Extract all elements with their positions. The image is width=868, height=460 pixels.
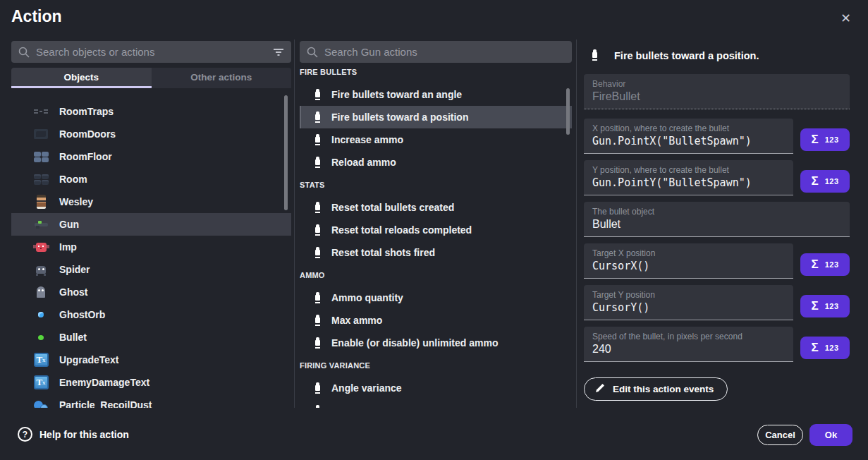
- numeric-badge: 123: [825, 302, 839, 310]
- object-label: Gun: [59, 219, 79, 230]
- action-item-reload-ammo[interactable]: Reload ammo: [300, 151, 572, 174]
- sigma-icon: Σ: [811, 299, 818, 313]
- expression-editor-button[interactable]: Σ 123: [800, 253, 850, 276]
- list-item-enemydamagetext[interactable]: Tx EnemyDamageText: [11, 371, 291, 394]
- action-label: Increase ammo: [331, 134, 403, 145]
- field-value[interactable]: Bullet: [592, 218, 841, 231]
- filter-icon[interactable]: [273, 47, 284, 58]
- field-row-bullet-object: The bullet object Bullet: [584, 202, 850, 237]
- expression-editor-button[interactable]: Σ 123: [800, 128, 850, 151]
- action-item-unlimited-ammo[interactable]: Enable (or disable) unlimited ammo: [300, 332, 572, 354]
- y-position-field[interactable]: Y position, where to create the bullet G…: [584, 160, 793, 195]
- object-label: UpgradeText: [59, 354, 119, 365]
- action-item-reset-shots-fired[interactable]: Reset total shots fired: [300, 241, 572, 264]
- action-label: Max ammo: [331, 315, 382, 326]
- list-item-roomtraps[interactable]: RoomTraps: [11, 100, 291, 123]
- sigma-icon: Σ: [811, 258, 818, 272]
- tab-objects[interactable]: Objects: [11, 68, 152, 88]
- field-value: FireBullet: [592, 90, 841, 103]
- bullet-icon: [315, 382, 320, 394]
- list-item-ghostorb[interactable]: GhostOrb: [11, 303, 291, 326]
- ok-button[interactable]: Ok: [809, 424, 852, 446]
- expression-editor-button[interactable]: Σ 123: [800, 295, 850, 317]
- help-icon: ?: [18, 427, 32, 442]
- list-item-imp[interactable]: Imp: [11, 236, 291, 258]
- action-item-angle-variance[interactable]: Angle variance: [300, 377, 572, 399]
- help-link[interactable]: ? Help for this action: [18, 427, 129, 442]
- field-label: Target X position: [592, 248, 785, 258]
- expression-editor-button[interactable]: Σ 123: [800, 337, 850, 359]
- gun-sprite-icon: [32, 217, 49, 232]
- action-item-fire-position[interactable]: Fire bullets toward a position: [300, 106, 572, 128]
- object-label: GhostOrb: [59, 309, 105, 320]
- list-item-ghost[interactable]: Ghost: [11, 281, 291, 303]
- pencil-icon: [595, 383, 605, 395]
- list-item-wesley[interactable]: Wesley: [11, 190, 291, 213]
- field-label: The bullet object: [592, 207, 841, 217]
- actions-search-input[interactable]: [324, 46, 565, 58]
- action-description: Fire bullets toward a position.: [614, 50, 759, 61]
- panel-divider: [576, 40, 577, 408]
- sigma-icon: Σ: [811, 174, 818, 188]
- bullet-icon: [315, 337, 320, 349]
- target-x-field[interactable]: Target X position CursorX(): [584, 243, 793, 279]
- object-label: Ghost: [59, 286, 87, 298]
- left-scrollbar[interactable]: [284, 95, 288, 210]
- action-item-reset-bullets-created[interactable]: Reset total bullets created: [300, 196, 572, 219]
- field-value[interactable]: 240: [592, 343, 785, 356]
- action-item-max-ammo[interactable]: Max ammo: [300, 309, 572, 332]
- text-object-icon: Tx: [32, 375, 49, 390]
- ghostorb-icon: [32, 307, 49, 322]
- bullet-object-field[interactable]: The bullet object Bullet: [584, 202, 850, 237]
- bullet-icon: [315, 202, 320, 214]
- spider-sprite-icon: [32, 262, 49, 277]
- field-value[interactable]: Gun.PointX("BulletSpawn"): [592, 135, 785, 147]
- expression-editor-button[interactable]: Σ 123: [800, 170, 850, 193]
- object-label: Room: [59, 174, 87, 185]
- objects-search-input[interactable]: [36, 46, 267, 58]
- x-position-field[interactable]: X position, where to create the bullet G…: [584, 119, 793, 154]
- field-row-x-position: X position, where to create the bullet G…: [584, 119, 850, 154]
- action-label: Ammo quantity: [331, 292, 403, 303]
- field-row-y-position: Y position, where to create the bullet G…: [584, 160, 850, 195]
- action-label: Reset total shots fired: [331, 247, 435, 258]
- field-row-target-x: Target X position CursorX() Σ 123: [584, 243, 850, 279]
- field-row-speed: Speed of the bullet, in pixels per secon…: [584, 327, 850, 362]
- tab-objects-label: Objects: [63, 72, 99, 83]
- list-item-gun[interactable]: Gun: [11, 213, 291, 236]
- numeric-badge: 123: [825, 260, 839, 269]
- cancel-button[interactable]: Cancel: [757, 425, 803, 445]
- list-item-roomdoors[interactable]: RoomDoors: [11, 123, 291, 145]
- field-value[interactable]: Gun.PointY("BulletSpawn"): [592, 176, 785, 189]
- edit-action-events-button[interactable]: Edit this action events: [584, 377, 728, 401]
- particle-icon: [32, 397, 49, 408]
- list-item-spider[interactable]: Spider: [11, 258, 291, 281]
- action-item-clipped[interactable]: [300, 399, 572, 408]
- action-label: Angle variance: [331, 382, 402, 394]
- actions-search-box[interactable]: [300, 41, 572, 63]
- close-icon[interactable]: ✕: [841, 10, 851, 27]
- object-list: RoomTraps RoomDoors RoomFloor Room Wesle…: [11, 100, 291, 408]
- imp-sprite-icon: [32, 239, 49, 255]
- action-item-ammo-quantity[interactable]: Ammo quantity: [300, 286, 572, 309]
- list-item-particle-recoildust[interactable]: Particle_RecoilDust: [11, 394, 291, 408]
- list-item-bullet[interactable]: Bullet: [11, 326, 291, 349]
- list-item-roomfloor[interactable]: RoomFloor: [11, 145, 291, 168]
- action-item-reset-reloads-completed[interactable]: Reset total reloads completed: [300, 219, 572, 241]
- tab-other-actions[interactable]: Other actions: [152, 68, 292, 88]
- objects-search-box[interactable]: [11, 41, 291, 63]
- middle-scrollbar[interactable]: [566, 88, 570, 135]
- action-label: Reload ammo: [331, 157, 396, 168]
- list-item-room[interactable]: Room: [11, 168, 291, 190]
- action-item-increase-ammo[interactable]: Increase ammo: [300, 128, 572, 151]
- action-item-fire-angle[interactable]: Fire bullets toward an angle: [300, 83, 572, 106]
- roomfloor-icon: [32, 149, 49, 164]
- field-value[interactable]: CursorX(): [592, 260, 785, 272]
- numeric-badge: 123: [825, 177, 839, 186]
- target-y-field[interactable]: Target Y position CursorY(): [584, 285, 793, 320]
- field-value[interactable]: CursorY(): [592, 301, 785, 314]
- wesley-sprite-icon: [32, 194, 49, 210]
- speed-field[interactable]: Speed of the bullet, in pixels per secon…: [584, 327, 793, 362]
- list-item-upgradetext[interactable]: Tx UpgradeText: [11, 349, 291, 371]
- action-parameters-panel: Fire bullets toward a position. Behavior…: [584, 40, 850, 401]
